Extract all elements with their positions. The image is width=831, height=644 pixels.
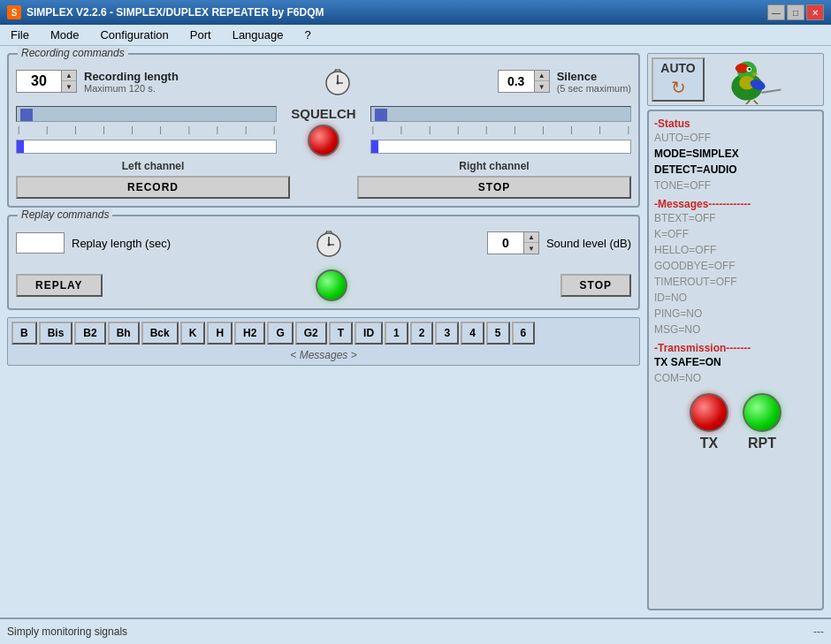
silence-down[interactable]: ▼: [535, 81, 549, 92]
auto-refresh-icon: ↻: [671, 77, 686, 98]
record-led: [308, 125, 339, 156]
messages-label-area: < Messages >: [11, 348, 636, 361]
recording-length-down[interactable]: ▼: [62, 81, 76, 92]
rpt-label: RPT: [748, 436, 776, 451]
right-tick-marks: | | | | | | | | | |: [370, 125, 631, 134]
menu-language[interactable]: Language: [229, 27, 287, 42]
recording-length-input[interactable]: [17, 71, 61, 92]
rpt-led: [743, 393, 781, 432]
left-channel-col: | | | | | | | | | |: [16, 106, 277, 154]
status-k: K=OFF: [654, 226, 817, 242]
menu-mode[interactable]: Mode: [47, 27, 83, 42]
toolbar-btn-h[interactable]: H: [207, 322, 233, 345]
right-channel-col: | | | | | | | | | |: [370, 106, 631, 154]
status-msg: MSG=NO: [654, 322, 817, 337]
toolbar-btn-bck[interactable]: Bck: [141, 322, 179, 345]
recording-length-spinner[interactable]: ▲ ▼: [16, 70, 77, 93]
replay-group-label: Replay commands: [18, 208, 112, 221]
svg-line-23: [746, 100, 750, 103]
recording-group-label: Recording commands: [18, 47, 128, 59]
window-title: SIMPLEX V2.2.6 - SIMPLEX/DUPLEX REPEATER…: [27, 6, 324, 19]
svg-line-24: [754, 100, 758, 103]
silence-input[interactable]: [499, 71, 534, 92]
toolbar-btn-bh[interactable]: Bh: [108, 322, 140, 345]
menu-file[interactable]: File: [7, 27, 33, 42]
menu-help[interactable]: ?: [301, 27, 315, 42]
toolbar-buttons: B Bis B2 Bh Bck K H H2 G G2 T ID 1 2 3 4…: [11, 322, 636, 345]
sound-level-arrows: ▲ ▼: [523, 232, 538, 254]
toolbar-btn-g[interactable]: G: [267, 322, 293, 345]
sound-level-input[interactable]: [488, 232, 523, 254]
clock-icon-area: [186, 65, 491, 97]
record-button[interactable]: RECORD: [16, 176, 290, 199]
minimize-button[interactable]: —: [767, 4, 785, 20]
toolbar-btn-k[interactable]: K: [180, 322, 206, 345]
channel-buttons-row: Left channel RECORD Right channel STOP: [16, 160, 631, 199]
parrot-icon: [712, 56, 782, 104]
slider-section: | | | | | | | | | |: [16, 106, 631, 156]
menu-port[interactable]: Port: [187, 27, 215, 42]
toolbar-btn-b2[interactable]: B2: [74, 322, 105, 345]
menu-configuration[interactable]: Configuration: [96, 27, 172, 42]
recording-group: Recording commands ▲ ▼ Recording length …: [7, 53, 640, 208]
left-channel-slider-thumb: [20, 109, 33, 121]
left-level-bar: [17, 140, 24, 153]
window-controls: — □ ✕: [767, 4, 824, 20]
sound-level-label: Sound level (dB): [546, 237, 631, 250]
status-tone: TONE=OFF: [654, 178, 817, 193]
clock-icon: [322, 65, 354, 97]
replay-button[interactable]: REPLAY: [16, 274, 103, 297]
silence-label: Silence: [557, 70, 631, 83]
squelch-label: SQUELCH: [291, 106, 355, 121]
toolbar-btn-6[interactable]: 6: [512, 322, 536, 345]
right-level-bar: [371, 140, 378, 153]
left-channel-bottom: Left channel RECORD: [16, 160, 290, 199]
left-level-bar-container: [16, 140, 277, 154]
replay-length-label: Replay length (sec): [72, 237, 171, 250]
toolbar-btn-h2[interactable]: H2: [234, 322, 265, 345]
status-section-label: -Status: [654, 117, 690, 130]
recording-length-up[interactable]: ▲: [62, 71, 76, 81]
auto-button[interactable]: AUTO ↻: [652, 57, 705, 102]
menu-bar: File Mode Configuration Port Language ?: [0, 25, 831, 46]
replay-clock-icon: [313, 227, 345, 259]
sound-level-spinner[interactable]: ▲ ▼: [487, 231, 539, 254]
status-btext: BTEXT=OFF: [654, 210, 817, 226]
messages-section: -Messages------------ BTEXT=OFF K=OFF HE…: [654, 197, 817, 337]
transmission-section-label: -Transmission-------: [654, 342, 751, 354]
toolbar-btn-3[interactable]: 3: [435, 322, 459, 345]
toolbar-btn-id[interactable]: ID: [355, 322, 383, 345]
status-hello: HELLO=OFF: [654, 242, 817, 258]
replay-group: Replay commands Replay length (sec): [7, 215, 640, 310]
toolbar-btn-4[interactable]: 4: [461, 322, 484, 345]
right-channel-slider-track[interactable]: [370, 106, 631, 122]
stop-button[interactable]: STOP: [357, 176, 631, 199]
sound-level-down[interactable]: ▼: [524, 243, 538, 254]
toolbar-btn-b[interactable]: B: [11, 322, 37, 345]
toolbar-btn-g2[interactable]: G2: [295, 322, 327, 345]
silence-arrows: ▲ ▼: [534, 71, 549, 92]
left-channel-slider-track[interactable]: [16, 106, 277, 122]
tx-led: [690, 393, 728, 432]
messages-section-label: -Messages------------: [654, 198, 751, 210]
right-channel-slider-thumb: [375, 109, 387, 121]
toolbar-btn-bis[interactable]: Bis: [39, 322, 73, 345]
silence-sub: (5 sec maximum): [557, 83, 631, 94]
toolbar-btn-1[interactable]: 1: [385, 322, 408, 345]
silence-labels: Silence (5 sec maximum): [557, 70, 631, 94]
maximize-button[interactable]: □: [787, 4, 804, 20]
right-level-bar-container: [370, 140, 631, 154]
sound-level-up[interactable]: ▲: [524, 232, 538, 243]
toolbar-btn-2[interactable]: 2: [410, 322, 434, 345]
right-channel-label: Right channel: [357, 160, 631, 172]
silence-spinner[interactable]: ▲ ▼: [498, 70, 550, 93]
messages-label: < Messages >: [286, 345, 360, 365]
toolbar-btn-5[interactable]: 5: [486, 322, 510, 345]
replay-stop-button[interactable]: STOP: [560, 274, 631, 297]
close-button[interactable]: ✕: [806, 4, 824, 20]
silence-up[interactable]: ▲: [535, 71, 549, 81]
left-tick-marks: | | | | | | | | | |: [16, 125, 277, 134]
toolbar-btn-t[interactable]: T: [329, 322, 353, 345]
recording-length-label: Recording length: [84, 70, 179, 83]
left-panel: Recording commands ▲ ▼ Recording length …: [7, 53, 640, 610]
